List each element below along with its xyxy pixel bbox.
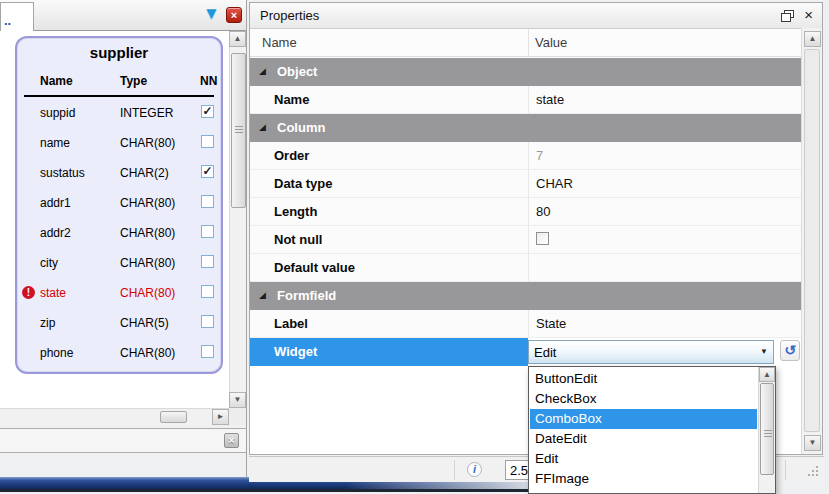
not-null-checkbox[interactable]: [201, 225, 214, 238]
property-name: Default value: [274, 260, 355, 275]
section-header-object[interactable]: ◢Object: [250, 58, 801, 86]
table-column-zip[interactable]: zipCHAR(5): [17, 307, 221, 337]
not-null-checkbox[interactable]: ✓: [201, 105, 214, 118]
canvas-vertical-scrollbar[interactable]: ▲ ▼: [229, 31, 246, 408]
close-properties-button[interactable]: ×: [804, 6, 813, 24]
scrollbar-thumb[interactable]: [160, 411, 187, 423]
dropdown-option-buttonedit[interactable]: ButtonEdit: [530, 369, 757, 389]
scroll-up-button[interactable]: ▲: [759, 367, 775, 382]
thumb-grip-icon: [764, 430, 772, 438]
widget-combobox[interactable]: Edit▼: [528, 340, 774, 364]
section-label: Column: [277, 120, 325, 135]
column-type: INTEGER: [120, 106, 173, 120]
diagram-tab[interactable]: ..: [0, 2, 34, 31]
supplier-table[interactable]: supplier Name Type NN suppidINTEGER✓name…: [15, 36, 223, 374]
grid-column-headers: Name Value: [250, 29, 801, 57]
table-column-name[interactable]: nameCHAR(80): [17, 127, 221, 157]
panel-divider[interactable]: [246, 0, 247, 478]
not-null-checkbox[interactable]: [201, 135, 214, 148]
statusbar-divider: [454, 460, 455, 480]
property-value: State: [536, 316, 566, 331]
not-null-checkbox[interactable]: [536, 232, 549, 245]
dropdown-option-ffimage[interactable]: FFImage: [530, 469, 757, 489]
properties-title-bar[interactable]: Properties ×: [250, 3, 822, 29]
diagram-tab-label: ..: [4, 13, 11, 28]
section-header-formfield[interactable]: ◢Formfield: [250, 282, 801, 310]
section-header-column[interactable]: ◢Column: [250, 114, 801, 142]
dropdown-scrollbar[interactable]: ▲: [758, 367, 775, 493]
diagram-tab-bar: .. ▼ ×: [0, 0, 246, 31]
property-row-widget[interactable]: WidgetEdit▼: [250, 338, 801, 366]
not-null-checkbox[interactable]: [201, 285, 214, 298]
property-value: state: [536, 92, 564, 107]
float-window-icon[interactable]: [781, 10, 794, 22]
table-column-addr1[interactable]: addr1CHAR(80): [17, 187, 221, 217]
property-row-label[interactable]: LabelState: [250, 310, 801, 338]
scroll-up-button[interactable]: ▲: [804, 31, 821, 47]
property-row-order[interactable]: Order7: [250, 142, 801, 170]
property-value-cell: Edit▼: [528, 338, 801, 366]
not-null-checkbox[interactable]: [201, 195, 214, 208]
scrollbar-thumb[interactable]: [804, 49, 820, 432]
table-column-suppid[interactable]: suppidINTEGER✓: [17, 97, 221, 127]
property-row-length[interactable]: Length80: [250, 198, 801, 226]
property-grid: ◢ObjectNamestate◢ColumnOrder7Data typeCH…: [250, 58, 801, 366]
property-name: Label: [274, 316, 308, 331]
table-column-sustatus[interactable]: sustatusCHAR(2)✓: [17, 157, 221, 187]
properties-vertical-scrollbar[interactable]: ▲ ▼: [801, 28, 822, 454]
dropdown-option-edit[interactable]: Edit: [530, 449, 757, 469]
property-name: Data type: [274, 176, 333, 191]
not-null-checkbox[interactable]: ✓: [201, 165, 214, 178]
section-label: Object: [277, 64, 317, 79]
property-row-data-type[interactable]: Data typeCHAR: [250, 170, 801, 198]
property-value-cell: CHAR: [528, 170, 801, 197]
property-value-cell: [528, 226, 801, 253]
table-column-phone[interactable]: phoneCHAR(80): [17, 337, 221, 367]
dropdown-option-dateedit[interactable]: DateEdit: [530, 429, 757, 449]
column-type: CHAR(80): [120, 286, 175, 300]
not-null-checkbox[interactable]: [201, 345, 214, 358]
scroll-down-button[interactable]: ▼: [229, 392, 246, 408]
scrollbar-thumb[interactable]: [760, 383, 774, 475]
combobox-value: Edit: [534, 345, 556, 360]
property-row-default-value[interactable]: Default value: [250, 254, 801, 282]
diagram-canvas[interactable]: supplier Name Type NN suppidINTEGER✓name…: [0, 31, 246, 408]
canvas-horizontal-scrollbar[interactable]: ►: [0, 408, 229, 425]
property-value-cell: state: [528, 86, 801, 113]
info-icon[interactable]: i: [467, 462, 482, 477]
section-label: Formfield: [277, 288, 336, 303]
revert-value-button[interactable]: ↺: [780, 340, 800, 361]
table-column-city[interactable]: cityCHAR(80): [17, 247, 221, 277]
table-column-state[interactable]: !stateCHAR(80): [17, 277, 221, 307]
column-type: CHAR(80): [120, 196, 175, 210]
column-type: CHAR(80): [120, 346, 175, 360]
dropdown-option-fflabel[interactable]: FFLabel: [530, 489, 757, 494]
tab-scroll-triangle-icon[interactable]: ▼: [203, 5, 220, 22]
close-panel-button[interactable]: ×: [224, 433, 239, 448]
property-row-not-null[interactable]: Not null: [250, 226, 801, 254]
property-row-name[interactable]: Namestate: [250, 86, 801, 114]
not-null-checkbox[interactable]: [201, 255, 214, 268]
close-diagram-button[interactable]: ×: [226, 7, 242, 23]
dropdown-option-checkbox[interactable]: CheckBox: [530, 389, 757, 409]
not-null-checkbox[interactable]: [201, 315, 214, 328]
property-name: Name: [274, 92, 309, 107]
table-column-addr2[interactable]: addr2CHAR(80): [17, 217, 221, 247]
scroll-up-button[interactable]: ▲: [229, 31, 246, 47]
property-value-cell: 80: [528, 198, 801, 225]
widget-dropdown-list: ButtonEditCheckBoxComboBoxDateEditEditFF…: [528, 366, 776, 494]
column-type: CHAR(80): [120, 136, 175, 150]
column-name: addr2: [40, 226, 71, 240]
property-value-cell: [528, 254, 801, 281]
supplier-rows: suppidINTEGER✓nameCHAR(80)sustatusCHAR(2…: [17, 97, 221, 367]
statusbar-divider: [785, 460, 786, 480]
app-window: .. ▼ × supplier Name Type NN suppidINTEG…: [0, 0, 829, 494]
column-name: phone: [40, 346, 73, 360]
scroll-down-button[interactable]: ▼: [804, 435, 821, 451]
resize-grip[interactable]: [806, 464, 820, 478]
scrollbar-thumb[interactable]: [231, 53, 246, 208]
scroll-right-button[interactable]: ►: [212, 409, 229, 425]
dropdown-option-combobox[interactable]: ComboBox: [530, 409, 757, 429]
column-type: CHAR(2): [120, 166, 169, 180]
property-name: Order: [274, 148, 309, 163]
